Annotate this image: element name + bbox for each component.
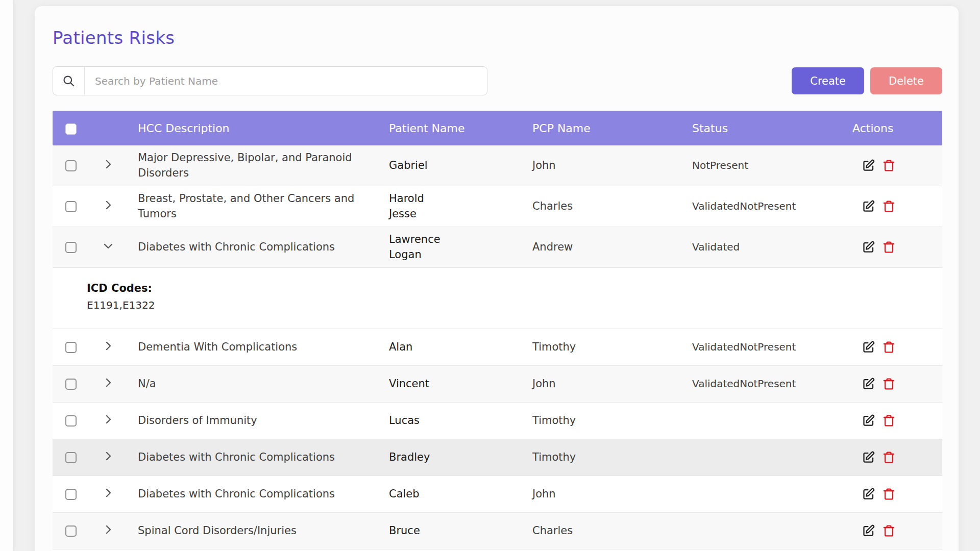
patients-risks-card: Patients Risks Create Delete HCC Descrip… [35, 6, 959, 551]
edit-icon[interactable] [862, 414, 875, 428]
icd-codes-label: ICD Codes: [87, 282, 942, 294]
table-body: Major Depressive, Bipolar, and Paranoid … [53, 145, 942, 551]
edit-icon[interactable] [862, 340, 875, 354]
patient-name-cell: Lawrence Logan [389, 232, 532, 263]
status-cell: ValidatedNotPresent [692, 341, 852, 353]
column-header-actions: Actions [852, 122, 942, 135]
patient-name-cell: Bradley [389, 449, 532, 465]
status-cell: Validated [692, 241, 852, 253]
expand-chevron-icon[interactable] [102, 199, 114, 211]
pcp-name-cell: John [532, 378, 692, 390]
table-row[interactable]: Major Depressive, Bipolar, and Paranoid … [53, 145, 942, 186]
patient-name-cell: Caleb [389, 486, 532, 502]
hcc-description-cell: Diabetes with Chronic Complications [138, 449, 389, 465]
table-row[interactable]: Disorders of Immunity Lucas Timothy [53, 403, 942, 439]
page-title: Patients Risks [53, 28, 942, 48]
column-header-status: Status [692, 122, 852, 135]
icd-codes-section: ICD Codes: E1191,E1322 [53, 268, 942, 329]
table-row[interactable]: Dementia With Complications Alan Timothy… [53, 329, 942, 366]
expand-chevron-icon[interactable] [102, 487, 114, 499]
column-header-pcp-name: PCP Name [532, 122, 692, 135]
row-checkbox[interactable] [65, 342, 77, 353]
pcp-name-cell: Charles [532, 200, 692, 212]
icd-codes-value: E1191,E1322 [87, 299, 942, 311]
row-checkbox[interactable] [65, 160, 77, 171]
table-row[interactable]: Diabetes with Chronic Complications Brad… [53, 439, 942, 476]
create-button[interactable]: Create [792, 67, 864, 94]
expand-chevron-icon[interactable] [102, 413, 114, 425]
status-cell: NotPresent [692, 159, 852, 171]
expand-chevron-icon[interactable] [102, 450, 114, 462]
hcc-description-cell: Diabetes with Chronic Complications [138, 486, 389, 502]
row-checkbox[interactable] [65, 489, 77, 500]
trash-icon[interactable] [882, 340, 896, 354]
pcp-name-cell: John [532, 159, 692, 171]
patient-name-cell: Vincent [389, 376, 532, 391]
expand-chevron-icon[interactable] [102, 158, 114, 170]
patient-name-cell: Alan [389, 339, 532, 355]
toolbar: Create Delete [53, 66, 942, 95]
trash-icon[interactable] [882, 240, 896, 254]
select-all-checkbox[interactable] [65, 123, 77, 135]
search-icon [53, 67, 85, 95]
search-input[interactable] [85, 67, 487, 95]
trash-icon[interactable] [882, 414, 896, 428]
trash-icon[interactable] [882, 524, 896, 538]
column-header-patient-name: Patient Name [389, 122, 532, 135]
pcp-name-cell: Andrew [532, 241, 692, 253]
row-checkbox[interactable] [65, 379, 77, 390]
edit-icon[interactable] [862, 199, 875, 213]
edit-icon[interactable] [862, 450, 875, 464]
status-cell: ValidatedNotPresent [692, 378, 852, 390]
trash-icon[interactable] [882, 159, 896, 172]
patient-name-cell: Bruce [389, 523, 532, 538]
row-checkbox[interactable] [65, 415, 77, 427]
search-box[interactable] [53, 66, 487, 95]
hcc-description-cell: Diabetes with Chronic Complications [138, 239, 389, 255]
edit-icon[interactable] [862, 159, 875, 172]
table-row[interactable]: Diabetes with Chronic Complications Lawr… [53, 227, 942, 268]
table-row[interactable]: N/a Vincent John ValidatedNotPresent [53, 366, 942, 403]
expand-chevron-icon[interactable] [102, 240, 114, 252]
edit-icon[interactable] [862, 487, 875, 501]
left-edge-panel [0, 0, 13, 551]
table-row[interactable]: Chronic Ulcer of Skin, Except Pressure A… [53, 549, 942, 551]
hcc-description-cell: Breast, Prostate, and Other Cancers and … [138, 191, 389, 222]
delete-button[interactable]: Delete [870, 67, 942, 94]
pcp-name-cell: John [532, 488, 692, 500]
expand-chevron-icon[interactable] [102, 340, 114, 352]
trash-icon[interactable] [882, 487, 896, 501]
trash-icon[interactable] [882, 199, 896, 213]
table-header-row: HCC Description Patient Name PCP Name St… [53, 111, 942, 145]
patient-name-cell: Gabriel [389, 158, 532, 173]
row-checkbox[interactable] [65, 242, 77, 253]
column-header-hcc-description: HCC Description [138, 122, 389, 135]
hcc-description-cell: Dementia With Complications [138, 339, 389, 355]
patients-risks-table: HCC Description Patient Name PCP Name St… [53, 111, 942, 551]
trash-icon[interactable] [882, 450, 896, 464]
hcc-description-cell: N/a [138, 376, 389, 391]
status-cell: ValidatedNotPresent [692, 200, 852, 212]
pcp-name-cell: Timothy [532, 451, 692, 463]
pcp-name-cell: Timothy [532, 341, 692, 353]
patient-name-cell: Lucas [389, 413, 532, 428]
patient-name-cell: Harold Jesse [389, 191, 532, 222]
edit-icon[interactable] [862, 524, 875, 538]
hcc-description-cell: Disorders of Immunity [138, 413, 389, 428]
row-checkbox[interactable] [65, 525, 77, 537]
toolbar-buttons: Create Delete [792, 67, 942, 94]
edit-icon[interactable] [862, 377, 875, 391]
expand-chevron-icon[interactable] [102, 377, 114, 389]
row-checkbox[interactable] [65, 452, 77, 463]
hcc-description-cell: Major Depressive, Bipolar, and Paranoid … [138, 150, 389, 181]
table-row[interactable]: Breast, Prostate, and Other Cancers and … [53, 186, 942, 227]
edit-icon[interactable] [862, 240, 875, 254]
pcp-name-cell: Timothy [532, 414, 692, 427]
pcp-name-cell: Charles [532, 524, 692, 537]
table-row[interactable]: Spinal Cord Disorders/Injuries Bruce Cha… [53, 513, 942, 549]
row-checkbox[interactable] [65, 201, 77, 212]
table-row[interactable]: Diabetes with Chronic Complications Cale… [53, 476, 942, 513]
expand-chevron-icon[interactable] [102, 523, 114, 536]
hcc-description-cell: Spinal Cord Disorders/Injuries [138, 523, 389, 538]
trash-icon[interactable] [882, 377, 896, 391]
